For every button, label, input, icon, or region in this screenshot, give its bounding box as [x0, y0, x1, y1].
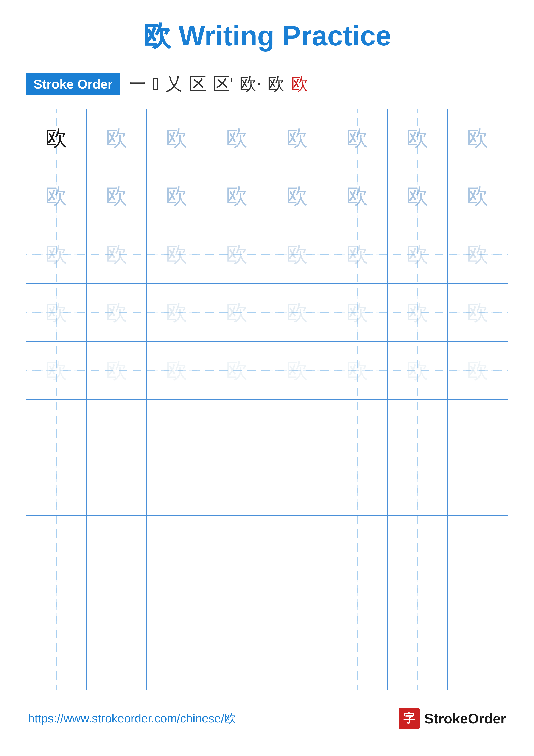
- grid-cell[interactable]: [387, 399, 447, 458]
- grid-cell[interactable]: 欧: [147, 284, 207, 341]
- grid-cell[interactable]: [267, 574, 327, 632]
- grid-cell[interactable]: 欧: [387, 284, 447, 341]
- grid-cell[interactable]: 欧: [387, 341, 447, 399]
- practice-grid: 欧欧欧欧欧欧欧欧欧欧欧欧欧欧欧欧欧欧欧欧欧欧欧欧欧欧欧欧欧欧欧欧欧欧欧欧欧欧欧欧: [26, 109, 508, 690]
- grid-cell[interactable]: 欧: [26, 167, 87, 226]
- grid-cell[interactable]: 欧: [387, 225, 447, 284]
- grid-cell[interactable]: [147, 574, 207, 632]
- stroke-2: 𠄌: [153, 74, 159, 94]
- grid-cell[interactable]: [207, 516, 267, 574]
- grid-cell[interactable]: 欧: [327, 109, 387, 167]
- grid-cell[interactable]: [26, 574, 87, 632]
- grid-cell[interactable]: [327, 632, 387, 690]
- grid-cell[interactable]: 欧: [87, 109, 146, 167]
- grid-cell[interactable]: 欧: [327, 341, 387, 399]
- grid-cell[interactable]: [267, 458, 327, 516]
- grid-cell[interactable]: 欧: [327, 167, 387, 226]
- grid-cell[interactable]: 欧: [327, 225, 387, 284]
- grid-cell[interactable]: [267, 399, 327, 458]
- grid-cell[interactable]: [447, 399, 508, 458]
- stroke-order-chars: 一 𠄌 乂 区 区' 欧· 欧 欧: [129, 72, 309, 96]
- grid-cell[interactable]: 欧: [207, 284, 267, 341]
- grid-cell[interactable]: 欧: [26, 284, 87, 341]
- grid-cell[interactable]: [87, 399, 146, 458]
- grid-cell[interactable]: [147, 516, 207, 574]
- grid-cell[interactable]: 欧: [207, 341, 267, 399]
- grid-cell[interactable]: [387, 574, 447, 632]
- grid-cell[interactable]: 欧: [87, 284, 146, 341]
- footer-url: https://www.strokeorder.com/chinese/欧: [28, 711, 236, 726]
- grid-cell[interactable]: [447, 516, 508, 574]
- page-title: 欧 Writing Practice: [26, 17, 508, 55]
- title-chinese-char: 欧: [143, 20, 171, 51]
- grid-cell[interactable]: [447, 458, 508, 516]
- grid-cell[interactable]: [26, 399, 87, 458]
- grid-cell[interactable]: [87, 632, 146, 690]
- grid-cell[interactable]: [447, 632, 508, 690]
- footer-brand: 字 StrokeOrder: [398, 708, 506, 729]
- stroke-4: 区: [189, 72, 206, 96]
- grid-cell[interactable]: 欧: [87, 225, 146, 284]
- footer: https://www.strokeorder.com/chinese/欧 字 …: [26, 708, 508, 729]
- stroke-3: 乂: [165, 72, 183, 96]
- grid-cell[interactable]: 欧: [267, 341, 327, 399]
- grid-cell[interactable]: [26, 516, 87, 574]
- grid-cell[interactable]: 欧: [267, 167, 327, 226]
- page: 欧 Writing Practice Stroke Order 一 𠄌 乂 区 …: [0, 0, 534, 756]
- grid-cell[interactable]: [26, 632, 87, 690]
- stroke-order-badge: Stroke Order: [26, 73, 120, 95]
- grid-cell[interactable]: 欧: [447, 109, 508, 167]
- grid-cell[interactable]: [87, 458, 146, 516]
- grid-cell[interactable]: [267, 516, 327, 574]
- grid-cell[interactable]: [147, 632, 207, 690]
- stroke-6: 欧·: [240, 72, 261, 96]
- grid-cell[interactable]: 欧: [387, 109, 447, 167]
- grid-cell[interactable]: [207, 399, 267, 458]
- stroke-7: 欧: [267, 72, 285, 96]
- grid-cell[interactable]: 欧: [147, 109, 207, 167]
- grid-cell[interactable]: [147, 399, 207, 458]
- grid-cell[interactable]: [387, 516, 447, 574]
- grid-cell[interactable]: 欧: [207, 225, 267, 284]
- grid-cell[interactable]: 欧: [387, 167, 447, 226]
- stroke-5: 区': [213, 72, 233, 96]
- grid-cell[interactable]: 欧: [147, 225, 207, 284]
- grid-cell[interactable]: 欧: [327, 284, 387, 341]
- grid-cell[interactable]: 欧: [447, 167, 508, 226]
- grid-cell[interactable]: [387, 458, 447, 516]
- grid-cell[interactable]: [387, 632, 447, 690]
- grid-cell[interactable]: [26, 458, 87, 516]
- grid-cell[interactable]: [147, 458, 207, 516]
- grid-cell[interactable]: [207, 632, 267, 690]
- brand-icon: 字: [398, 708, 420, 729]
- grid-cell[interactable]: 欧: [267, 109, 327, 167]
- grid-cell[interactable]: 欧: [447, 284, 508, 341]
- grid-cell[interactable]: 欧: [147, 341, 207, 399]
- grid-cell[interactable]: 欧: [26, 341, 87, 399]
- grid-cell[interactable]: 欧: [267, 225, 327, 284]
- grid-cell[interactable]: [87, 516, 146, 574]
- grid-cell[interactable]: 欧: [87, 341, 146, 399]
- grid-cell[interactable]: 欧: [87, 167, 146, 226]
- grid-cell[interactable]: [327, 399, 387, 458]
- grid-cell[interactable]: [207, 574, 267, 632]
- grid-cell[interactable]: 欧: [207, 167, 267, 226]
- grid-cell[interactable]: 欧: [267, 284, 327, 341]
- grid-cell[interactable]: 欧: [447, 341, 508, 399]
- stroke-1: 一: [129, 72, 146, 96]
- grid-cell[interactable]: 欧: [147, 167, 207, 226]
- stroke-order-row: Stroke Order 一 𠄌 乂 区 区' 欧· 欧 欧: [26, 72, 508, 96]
- grid-cell[interactable]: 欧: [207, 109, 267, 167]
- grid-cell[interactable]: [87, 574, 146, 632]
- grid-cell[interactable]: 欧: [447, 225, 508, 284]
- grid-cell[interactable]: [447, 574, 508, 632]
- grid-cell[interactable]: [327, 516, 387, 574]
- stroke-8: 欧: [291, 72, 309, 96]
- grid-cell[interactable]: [327, 458, 387, 516]
- grid-cell[interactable]: 欧: [26, 225, 87, 284]
- grid-cell[interactable]: [207, 458, 267, 516]
- grid-cell[interactable]: 欧: [26, 109, 87, 167]
- grid-cell[interactable]: [327, 574, 387, 632]
- title-text: Writing Practice: [179, 20, 391, 51]
- grid-cell[interactable]: [267, 632, 327, 690]
